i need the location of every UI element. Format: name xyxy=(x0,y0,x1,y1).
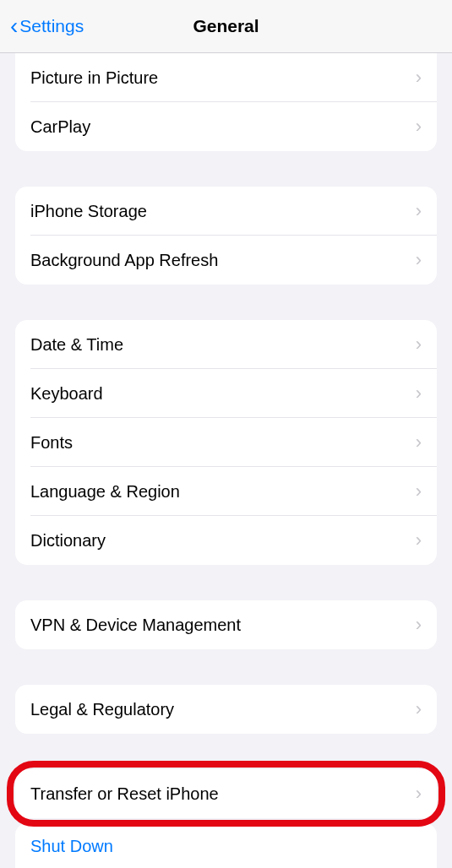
section-media: Picture in Picture › CarPlay › xyxy=(15,53,437,151)
chevron-right-icon: › xyxy=(416,529,422,551)
row-label: Keyboard xyxy=(30,384,103,404)
section-storage: iPhone Storage › Background App Refresh … xyxy=(15,187,437,285)
chevron-right-icon: › xyxy=(416,67,422,89)
row-label: Legal & Regulatory xyxy=(30,700,174,719)
back-label: Settings xyxy=(19,16,84,36)
chevron-right-icon: › xyxy=(416,116,422,138)
shutdown-label: Shut Down xyxy=(30,837,113,855)
chevron-right-icon: › xyxy=(416,382,422,404)
chevron-right-icon: › xyxy=(416,200,422,222)
section-vpn: VPN & Device Management › xyxy=(15,600,437,649)
chevron-right-icon: › xyxy=(416,698,422,720)
row-keyboard[interactable]: Keyboard › xyxy=(15,369,437,418)
chevron-right-icon: › xyxy=(416,431,422,453)
row-label: Date & Time xyxy=(30,335,123,355)
row-label: CarPlay xyxy=(30,117,90,137)
shutdown-button[interactable]: Shut Down xyxy=(30,837,422,856)
section-reset: Transfer or Reset iPhone › xyxy=(15,769,437,818)
row-label: iPhone Storage xyxy=(30,202,147,221)
row-date-time[interactable]: Date & Time › xyxy=(15,320,437,369)
row-picture-in-picture[interactable]: Picture in Picture › xyxy=(15,53,437,102)
row-label: Transfer or Reset iPhone xyxy=(30,784,219,804)
row-label: Dictionary xyxy=(30,531,106,551)
chevron-right-icon: › xyxy=(416,783,422,805)
row-fonts[interactable]: Fonts › xyxy=(15,418,437,467)
row-label: VPN & Device Management xyxy=(30,616,241,635)
row-dictionary[interactable]: Dictionary › xyxy=(15,516,437,565)
row-label: Language & Region xyxy=(30,482,180,502)
section-legal: Legal & Regulatory › xyxy=(15,685,437,734)
chevron-right-icon: › xyxy=(416,480,422,502)
section-shutdown: Shut Down xyxy=(15,823,437,868)
row-label: Picture in Picture xyxy=(30,68,158,88)
page-title: General xyxy=(193,16,259,36)
chevron-right-icon: › xyxy=(416,249,422,271)
row-legal-regulatory[interactable]: Legal & Regulatory › xyxy=(15,685,437,734)
row-label: Fonts xyxy=(30,433,73,453)
chevron-right-icon: › xyxy=(416,334,422,355)
section-locale: Date & Time › Keyboard › Fonts › Languag… xyxy=(15,320,437,565)
row-carplay[interactable]: CarPlay › xyxy=(15,102,437,151)
row-label: Background App Refresh xyxy=(30,251,218,270)
chevron-left-icon: ‹ xyxy=(10,13,18,40)
row-language-region[interactable]: Language & Region › xyxy=(15,467,437,516)
row-transfer-or-reset-iphone[interactable]: Transfer or Reset iPhone › xyxy=(15,769,437,818)
row-iphone-storage[interactable]: iPhone Storage › xyxy=(15,187,437,236)
nav-bar: ‹ Settings General xyxy=(0,0,452,53)
row-vpn-device-management[interactable]: VPN & Device Management › xyxy=(15,600,437,649)
back-button[interactable]: ‹ Settings xyxy=(10,13,84,40)
row-background-app-refresh[interactable]: Background App Refresh › xyxy=(15,236,437,285)
chevron-right-icon: › xyxy=(416,614,422,636)
